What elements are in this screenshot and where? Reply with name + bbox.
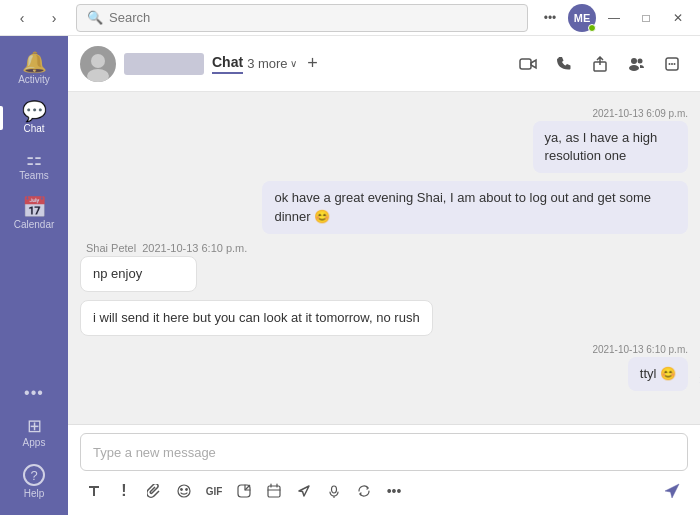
urgent-icon: !	[121, 482, 126, 500]
svg-point-13	[186, 489, 188, 491]
svg-rect-2	[520, 59, 531, 69]
sidebar-item-teams[interactable]: ⚏ Teams	[0, 142, 68, 189]
chat-panel: Chat 3 more ∨ +	[68, 36, 700, 515]
input-area: Type a new message ! GIF	[68, 424, 700, 515]
svg-point-16	[332, 486, 337, 493]
activity-icon: 🔔	[22, 52, 47, 72]
sidebar-item-activity[interactable]: 🔔 Activity	[0, 44, 68, 93]
chat-header: Chat 3 more ∨ +	[68, 36, 700, 92]
sidebar-item-help[interactable]: ? Help	[0, 456, 68, 507]
message-row: 2021-10-13 6:10 p.m. ttyl 😊 ›	[80, 344, 688, 391]
maximize-button[interactable]: □	[632, 4, 660, 32]
svg-point-8	[669, 63, 671, 65]
toolbar-more-button[interactable]: •••	[380, 477, 408, 505]
online-indicator	[588, 24, 596, 32]
svg-point-12	[181, 489, 183, 491]
sidebar-label-activity: Activity	[18, 74, 50, 85]
format-button[interactable]	[80, 477, 108, 505]
contact-name-placeholder	[124, 53, 204, 75]
header-actions	[512, 48, 688, 80]
message-row: ok have a great evening Shai, I am about…	[80, 181, 688, 233]
audio-call-button[interactable]	[548, 48, 580, 80]
title-bar: ‹ › 🔍 ••• ME — □ ✕	[0, 0, 700, 36]
share-button[interactable]	[584, 48, 616, 80]
search-input[interactable]	[109, 10, 517, 25]
contact-avatar	[80, 46, 116, 82]
calendar-icon: 📅	[22, 197, 47, 217]
messages-wrapper: 2021-10-13 6:09 p.m. ya, as I have a hig…	[68, 92, 700, 424]
search-icon: 🔍	[87, 10, 103, 25]
sticker-button[interactable]	[230, 477, 258, 505]
message-timestamp: 2021-10-13 6:10 p.m.	[592, 344, 688, 355]
message-bubble: np enjoy	[80, 256, 197, 292]
more-dots-icon: •••	[24, 385, 44, 401]
title-bar-actions: ••• ME — □ ✕	[536, 4, 692, 32]
audio-msg-button[interactable]	[320, 477, 348, 505]
sidebar-label-apps: Apps	[23, 437, 46, 448]
avatar: ME	[568, 4, 596, 32]
message-bubble: ya, as I have a high resolution one	[533, 121, 688, 173]
video-call-button[interactable]	[512, 48, 544, 80]
minimize-button[interactable]: —	[600, 4, 628, 32]
chat-icon: 💬	[22, 101, 47, 121]
message-input[interactable]: Type a new message	[80, 433, 688, 471]
message-bubble: i will send it here but you can look at …	[80, 300, 433, 336]
emoji-button[interactable]	[170, 477, 198, 505]
loop-button[interactable]	[350, 477, 378, 505]
close-button[interactable]: ✕	[664, 4, 692, 32]
search-box[interactable]: 🔍	[76, 4, 528, 32]
sidebar: 🔔 Activity 💬 Chat ⚏ Teams 📅 Calendar •••…	[0, 36, 68, 515]
sidebar-item-chat[interactable]: 💬 Chat	[0, 93, 68, 142]
sidebar-item-apps[interactable]: ⊞ Apps	[0, 409, 68, 456]
more-options-button[interactable]	[656, 48, 688, 80]
svg-point-5	[629, 65, 639, 71]
main-layout: 🔔 Activity 💬 Chat ⚏ Teams 📅 Calendar •••…	[0, 36, 700, 515]
back-button[interactable]: ‹	[8, 4, 36, 32]
send-button[interactable]	[656, 475, 688, 507]
svg-point-1	[87, 69, 109, 82]
add-tab-button[interactable]: +	[301, 52, 325, 76]
sidebar-label-help: Help	[24, 488, 45, 499]
svg-point-6	[638, 58, 643, 63]
more-button[interactable]: •••	[536, 4, 564, 32]
message-row: i will send it here but you can look at …	[80, 300, 688, 336]
svg-rect-15	[268, 486, 280, 497]
attach-button[interactable]	[140, 477, 168, 505]
toolbar-row: ! GIF	[80, 471, 688, 507]
svg-point-9	[671, 63, 673, 65]
message-row: 2021-10-13 6:09 p.m. ya, as I have a hig…	[80, 108, 688, 173]
sidebar-item-more[interactable]: •••	[0, 377, 68, 409]
nav-buttons: ‹ ›	[8, 4, 68, 32]
message-row: Shai Petel2021-10-13 6:10 p.m. np enjoy	[80, 242, 688, 292]
messages-area: 2021-10-13 6:09 p.m. ya, as I have a hig…	[68, 92, 700, 424]
svg-point-0	[91, 54, 105, 68]
forward-button[interactable]: ›	[40, 4, 68, 32]
sidebar-label-chat: Chat	[23, 123, 44, 134]
send-options-button[interactable]	[290, 477, 318, 505]
chat-tab[interactable]: Chat	[212, 54, 243, 74]
important-button[interactable]: !	[110, 477, 138, 505]
help-icon: ?	[23, 464, 45, 486]
more-tabs-button[interactable]: 3 more ∨	[247, 56, 296, 71]
chat-tab-row: Chat 3 more ∨ +	[212, 52, 325, 76]
sidebar-item-calendar[interactable]: 📅 Calendar	[0, 189, 68, 238]
svg-point-4	[631, 58, 637, 64]
message-bubble: ok have a great evening Shai, I am about…	[262, 181, 688, 233]
teams-icon: ⚏	[26, 150, 42, 168]
participants-button[interactable]	[620, 48, 652, 80]
apps-icon: ⊞	[27, 417, 42, 435]
input-placeholder: Type a new message	[93, 445, 216, 460]
svg-point-11	[178, 485, 190, 497]
message-timestamp: 2021-10-13 6:09 p.m.	[592, 108, 688, 119]
sidebar-label-teams: Teams	[19, 170, 48, 181]
message-sender: Shai Petel2021-10-13 6:10 p.m.	[80, 242, 247, 254]
sidebar-label-calendar: Calendar	[14, 219, 55, 230]
svg-point-10	[674, 63, 676, 65]
message-bubble: ttyl 😊	[628, 357, 688, 391]
gif-button[interactable]: GIF	[200, 477, 228, 505]
schedule-button[interactable]	[260, 477, 288, 505]
